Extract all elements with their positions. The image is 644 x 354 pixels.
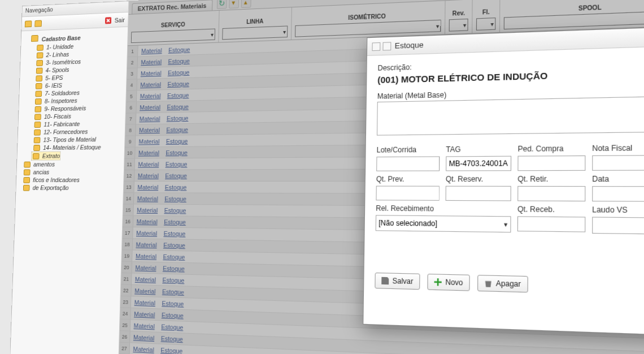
filter-iso-select[interactable]: ▾ [295,20,441,37]
data-input[interactable] [592,186,644,202]
link-estoque[interactable]: Estoque [166,135,188,146]
collapse-icon[interactable] [34,20,42,27]
link-material[interactable]: Material [134,308,155,320]
filter-fl-select[interactable]: ▾ [476,18,496,31]
link-estoque[interactable]: Estoque [167,113,189,124]
link-material[interactable]: Material [140,79,161,90]
link-material[interactable]: Material [135,274,156,285]
link-estoque[interactable]: Estoque [163,239,185,251]
row-number: 16 [123,216,133,227]
link-material[interactable]: Material [138,147,159,158]
save-button[interactable]: Salvar [375,273,420,290]
link-material[interactable]: Material [141,56,162,67]
link-estoque[interactable]: Estoque [168,67,190,78]
link-material[interactable]: Material [138,136,159,147]
link-estoque[interactable]: Estoque [164,182,186,192]
link-estoque[interactable]: Estoque [162,274,184,286]
link-material[interactable]: Material [139,113,160,124]
dialog-refresh-icon[interactable] [382,42,391,50]
link-estoque[interactable]: Estoque [161,333,184,344]
link-material[interactable]: Material [136,251,157,262]
link-material[interactable]: Material [135,262,156,273]
delete-button[interactable]: Apagar [477,275,528,292]
new-button[interactable]: Novo [427,274,469,291]
link-estoque[interactable]: Estoque [166,147,188,158]
link-material[interactable]: Material [137,204,158,215]
link-estoque[interactable]: Estoque [166,124,188,135]
link-material[interactable]: Material [133,343,154,354]
relreceb-select[interactable]: [Não selecionado] ▾ [376,215,511,232]
refresh-icon[interactable] [216,0,227,9]
link-material[interactable]: Material [140,101,160,113]
link-estoque[interactable]: Estoque [164,205,186,216]
pedcompra-input[interactable] [517,156,585,171]
link-estoque[interactable]: Estoque [167,89,189,101]
link-estoque[interactable]: Estoque [168,44,190,55]
export-up-icon[interactable] [241,0,251,8]
dialog-title: Estoque [395,40,424,50]
tree-item[interactable]: ficos e Indicadores [19,176,121,184]
laudovs-select[interactable]: ▾ [592,217,644,234]
tree-item-selected[interactable]: Extrato [31,152,60,161]
tree-item[interactable]: amentos [20,160,122,169]
link-estoque[interactable]: Estoque [168,55,190,67]
link-estoque[interactable]: Estoque [160,344,183,354]
filter-servico-select[interactable]: ▾ [131,29,215,44]
chevron-down-icon: ▾ [211,31,214,37]
row-number: 6 [126,102,137,113]
exit-label[interactable]: Sair [115,16,125,24]
link-material[interactable]: Material [136,239,157,250]
material-textarea[interactable] [377,95,644,135]
plus-icon [434,278,442,286]
filter-rev-select[interactable]: ▾ [449,19,468,32]
link-material[interactable]: Material [134,296,155,308]
link-material[interactable]: Material [137,193,159,204]
notafiscal-input[interactable] [592,155,644,171]
link-estoque[interactable]: Estoque [164,216,186,227]
link-material[interactable]: Material [133,331,155,343]
link-material[interactable]: Material [138,158,159,169]
pedcompra-label: Ped. Compra [518,144,586,154]
qtreceb-input[interactable] [517,216,585,232]
tree-item[interactable]: de Exportação [19,184,121,192]
lote-input[interactable] [376,156,440,171]
filter-linha-label: LINHA [223,17,288,26]
link-estoque[interactable]: Estoque [167,78,189,89]
row-number: 24 [120,308,130,319]
exit-icon[interactable] [105,17,111,24]
link-estoque[interactable]: Estoque [162,297,184,309]
link-material[interactable]: Material [139,124,160,136]
export-down-icon[interactable] [229,0,239,8]
tree-item-label: 12- Fornecedores [43,128,88,136]
filter-linha-select[interactable]: ▾ [222,25,288,40]
link-material[interactable]: Material [134,285,156,297]
qtreserv-input[interactable] [446,186,511,201]
qtprev-input[interactable] [376,186,439,201]
link-estoque[interactable]: Estoque [161,321,183,333]
tree-item[interactable]: 14- Materiais / Estoque [20,143,122,152]
link-estoque[interactable]: Estoque [167,101,189,112]
link-material[interactable]: Material [137,182,158,192]
link-estoque[interactable]: Estoque [164,193,186,204]
link-material[interactable]: Material [136,227,158,239]
link-material[interactable]: Material [138,170,159,181]
link-estoque[interactable]: Estoque [163,251,185,262]
link-estoque[interactable]: Estoque [165,170,187,181]
link-material[interactable]: Material [136,216,158,227]
link-estoque[interactable]: Estoque [163,262,185,274]
link-estoque[interactable]: Estoque [162,309,184,321]
link-material[interactable]: Material [141,45,162,56]
tag-input[interactable] [446,156,511,171]
link-material[interactable]: Material [141,67,162,79]
expand-icon[interactable] [25,20,32,27]
link-material[interactable]: Material [140,90,161,101]
tree-root-label: Cadastro Base [42,34,81,42]
link-estoque[interactable]: Estoque [163,228,185,239]
tree-item[interactable]: ancias [20,168,122,176]
link-material[interactable]: Material [133,320,155,332]
row-number: 23 [120,296,131,308]
link-estoque[interactable]: Estoque [166,158,188,170]
qtreceb-label: Qt. Receb. [517,205,585,214]
link-estoque[interactable]: Estoque [162,286,184,297]
qtretir-input[interactable] [517,186,585,201]
